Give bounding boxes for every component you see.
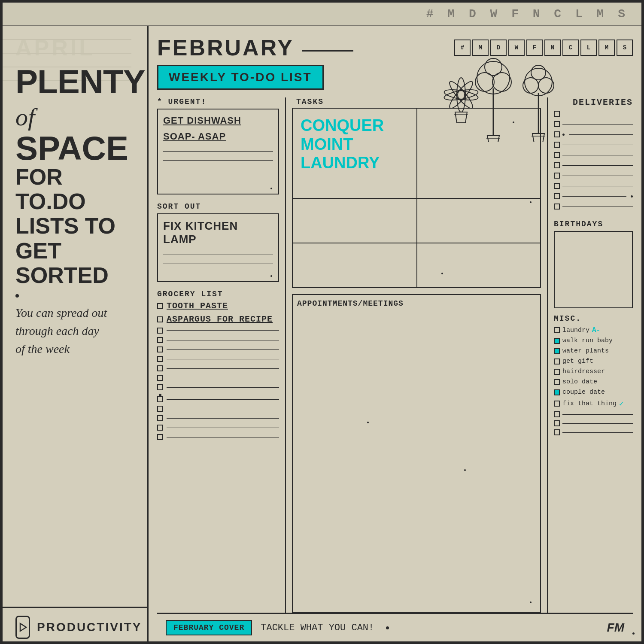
- dot-sortout: [270, 275, 272, 277]
- del-checkbox-8: [554, 183, 560, 189]
- misc-item-gift: get gift: [554, 358, 633, 365]
- misc-text-hair: hairdresser: [562, 368, 605, 375]
- misc-list: laundry A- walk run baby water plants: [554, 326, 633, 613]
- checkbox-9: [157, 384, 163, 390]
- day-cell-l: L: [580, 39, 597, 56]
- del-checkbox-6: [554, 162, 560, 168]
- del-line-6: [562, 165, 633, 166]
- dot-a1: [367, 422, 369, 423]
- title-lists: LISTS TO GET: [15, 214, 134, 263]
- misc-cb-couple: [554, 389, 560, 395]
- day-cell-d: D: [490, 39, 507, 56]
- delivery-row-10: [554, 204, 633, 210]
- misc-item-empty-2: [554, 420, 633, 426]
- misc-item-empty-1: [554, 411, 633, 417]
- grocery-item-8: [157, 375, 279, 381]
- del-checkbox-4: [554, 142, 560, 148]
- misc-cb-walk: [554, 338, 560, 344]
- checkbox-12: [157, 415, 163, 421]
- urgent-box: GET DISHWASH SOAP- ASAP: [157, 109, 279, 194]
- del-checkbox-9: [554, 193, 560, 199]
- svg-point-13: [475, 73, 494, 91]
- deliveries-list: [554, 111, 633, 214]
- footer-tab: FEBRUARY COVER: [166, 620, 252, 635]
- del-line-8: [562, 186, 633, 186]
- checkbox-7: [157, 365, 163, 371]
- tasks-label: TASKS: [292, 97, 541, 106]
- day-cell-w: W: [508, 39, 525, 56]
- misc-cyan-fix: ✓: [619, 399, 624, 408]
- delivery-row-2: [554, 121, 633, 127]
- title-sorted: SORTED: [15, 263, 134, 288]
- misc-text-walk: walk run baby: [562, 337, 613, 344]
- checkbox-11: [157, 406, 163, 412]
- delivery-row-4: [554, 142, 633, 148]
- misc-cb-e1: [554, 411, 560, 417]
- checkbox-1: [157, 303, 163, 309]
- del-line-5: [562, 155, 633, 155]
- tasks-hline1: [293, 198, 540, 199]
- weekly-banner: WEEKLY TO-DO LIST: [157, 65, 324, 90]
- misc-item-walk: walk run baby: [554, 337, 633, 344]
- del-dot-3: [562, 134, 565, 136]
- left-col: * URGENT! GET DISHWASH SOAP- ASAP SORT O…: [157, 97, 286, 613]
- footer-tagline: TACKLE WHAT YOU CAN!: [261, 623, 374, 633]
- birthday-dot: [632, 632, 635, 635]
- misc-item-laundry: laundry A-: [554, 326, 633, 334]
- checkbox-6: [157, 356, 163, 362]
- day-cell-c: C: [562, 39, 579, 56]
- top-ghost-text: # M D W F N C L M S: [426, 7, 629, 21]
- content-grid: * URGENT! GET DISHWASH SOAP- ASAP SORT O…: [157, 97, 633, 613]
- misc-label: misc.: [554, 314, 633, 323]
- italic-line3: of the week: [15, 340, 134, 358]
- right-header: FEBRUARY # M D W F N C L M S: [157, 35, 633, 61]
- misc-cb-solo: [554, 379, 560, 385]
- grocery-item-11: [157, 406, 279, 412]
- month-title-block: FEBRUARY: [157, 35, 353, 61]
- delivery-row-3: [554, 131, 633, 137]
- del-checkbox-7: [554, 173, 560, 179]
- dot-a3: [530, 601, 532, 603]
- misc-item-solo: solo date: [554, 378, 633, 386]
- misc-cb-e3: [554, 429, 560, 435]
- title-space-word: SPACE: [15, 131, 134, 165]
- main-title-block: PLENTY of SPACE FOR TO.DO LISTS TO GET S…: [3, 61, 147, 288]
- tasks-box: CONQUER MOINT LAUNDRY: [292, 108, 541, 288]
- del-line-9: [562, 196, 626, 197]
- del-checkbox-3: [554, 131, 560, 137]
- play-icon: [17, 621, 29, 633]
- del-line-2: [562, 124, 633, 125]
- main-layout: APRIL PLENTY of SPACE FOR TO.DO LISTS TO…: [3, 3, 641, 641]
- grocery-text-1: TOOTH PASTE: [167, 301, 228, 311]
- left-bottom-bar: PRODUCTIVITY: [3, 607, 147, 644]
- misc-cb-water: [554, 348, 560, 354]
- sortout-item-1: FIX KITCHEN LAMP: [163, 219, 273, 246]
- dot-urgent: [270, 188, 272, 189]
- svg-point-12: [477, 61, 510, 94]
- misc-cb-gift: [554, 358, 560, 365]
- middle-col: TASKS CONQUER MOINT LAUNDRY: [286, 97, 547, 613]
- grocery-item-4: [157, 337, 279, 343]
- productivity-label: PRODUCTIVITY: [37, 620, 142, 634]
- svg-point-15: [485, 58, 502, 76]
- sortout-box: FIX KITCHEN LAMP: [157, 213, 279, 282]
- grocery-list: TOOTH PASTE ASPARGUS FOR RECIPE: [157, 301, 279, 613]
- birthdays-label: BirthDays: [554, 220, 633, 228]
- left-panel: APRIL PLENTY of SPACE FOR TO.DO LISTS TO…: [3, 26, 149, 644]
- misc-cb-laundry: [554, 327, 560, 333]
- footer-fm: FM: [607, 621, 624, 635]
- svg-point-20: [538, 78, 554, 93]
- top-ghost-bar: # M D W F N C L M S: [3, 3, 641, 26]
- misc-cyan-laundry: A-: [592, 326, 600, 334]
- day-cell-s: S: [617, 39, 633, 56]
- productivity-icon: [15, 616, 30, 639]
- del-checkbox-1: [554, 111, 560, 117]
- tasks-text-block: CONQUER MOINT LAUNDRY: [293, 109, 540, 173]
- grocery-item-9: [157, 384, 279, 390]
- svg-point-19: [523, 78, 538, 93]
- day-cell-f: F: [526, 39, 543, 56]
- month-title: FEBRUARY: [157, 35, 294, 60]
- dot-a2: [464, 469, 466, 471]
- right-panel: FEBRUARY # M D W F N C L M S WEEKLY TO-D…: [149, 26, 641, 641]
- misc-item-fix: fix that thing ✓: [554, 399, 633, 408]
